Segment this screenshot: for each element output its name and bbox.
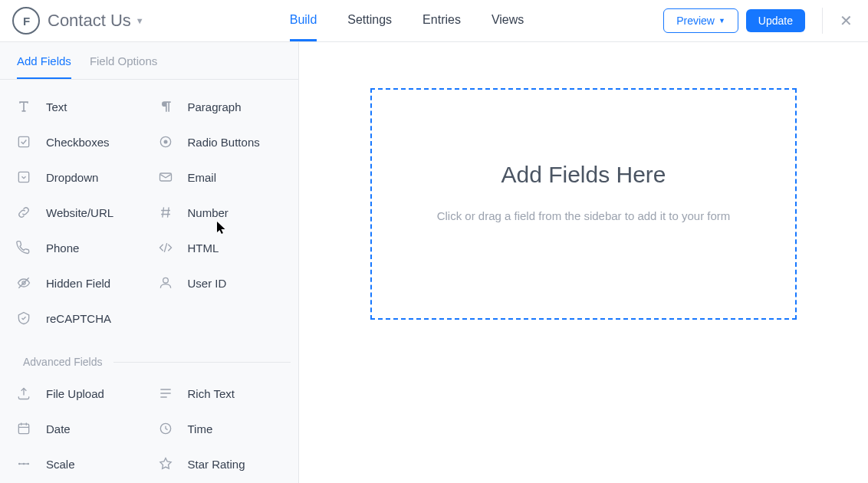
svg-point-6 (163, 278, 168, 283)
main-nav: Build Settings Entries Views (290, 1, 524, 41)
field-time[interactable]: Time (150, 412, 291, 445)
svg-point-2 (163, 140, 167, 144)
caret-down-icon: ▼ (136, 16, 144, 25)
close-button[interactable]: ✕ (822, 8, 853, 34)
svg-rect-7 (18, 424, 28, 434)
caret-down-icon: ▼ (718, 17, 725, 25)
basic-fields: TextParagraphCheckboxesRadio ButtonsDrop… (0, 80, 298, 334)
topbar: F Contact Us ▼ Build Settings Entries Vi… (0, 0, 868, 42)
field-label: Paragraph (188, 100, 242, 113)
svg-rect-0 (18, 136, 28, 146)
field-label: Email (188, 171, 217, 184)
field-label: Text (46, 100, 67, 113)
field-rich-text[interactable]: Rich Text (150, 377, 291, 409)
rich-icon (157, 385, 174, 402)
field-paragraph[interactable]: Paragraph (150, 90, 291, 123)
field-label: Dropdown (46, 171, 98, 184)
scale-icon (15, 455, 32, 472)
advanced-header-label: Advanced Fields (23, 356, 103, 368)
field-website-url[interactable]: Website/URL (8, 196, 150, 228)
form-title-dropdown[interactable]: Contact Us ▼ (48, 11, 144, 31)
advanced-fields: File UploadRich TextDateTimeScaleStar Ra… (0, 373, 298, 480)
field-hidden-field[interactable]: Hidden Field (8, 267, 150, 299)
workspace: Add Fields Field Options TextParagraphCh… (0, 42, 868, 483)
field-html[interactable]: HTML (150, 232, 291, 264)
url-icon (15, 204, 32, 221)
field-label: Radio Buttons (188, 136, 260, 149)
dropzone-heading: Add Fields Here (501, 162, 666, 188)
upload-icon (15, 385, 32, 402)
field-recaptcha[interactable]: reCAPTCHA (8, 302, 150, 334)
dropdown-icon (15, 169, 32, 186)
divider (113, 362, 291, 363)
field-label: Number (188, 206, 229, 219)
nav-build[interactable]: Build (290, 1, 317, 41)
sidebar-tabs: Add Fields Field Options (0, 42, 298, 80)
field-label: HTML (188, 242, 219, 255)
field-scale[interactable]: Scale (8, 448, 150, 480)
field-user-id[interactable]: User ID (150, 267, 291, 299)
dropzone[interactable]: Add Fields Here Click or drag a field fr… (370, 88, 797, 320)
field-label: Rich Text (188, 387, 235, 400)
field-label: Phone (46, 242, 79, 255)
field-label: Checkboxes (46, 136, 110, 149)
nav-settings[interactable]: Settings (347, 1, 392, 41)
field-file-upload[interactable]: File Upload (8, 377, 150, 409)
checkbox-icon (15, 133, 32, 150)
field-label: Hidden Field (46, 277, 110, 290)
form-title: Contact Us (48, 11, 131, 31)
close-icon: ✕ (840, 12, 853, 30)
star-icon (157, 455, 174, 472)
svg-rect-3 (18, 172, 28, 182)
field-radio-buttons[interactable]: Radio Buttons (150, 126, 291, 158)
date-icon (15, 420, 32, 437)
hidden-icon (15, 274, 32, 291)
update-button[interactable]: Update (746, 9, 805, 32)
field-date[interactable]: Date (8, 412, 150, 445)
field-dropdown[interactable]: Dropdown (8, 161, 150, 193)
advanced-header: Advanced Fields (0, 334, 298, 373)
phone-icon (15, 239, 32, 256)
field-phone[interactable]: Phone (8, 232, 150, 264)
field-number[interactable]: Number (150, 196, 291, 228)
recaptcha-icon (15, 310, 32, 327)
field-label: Date (46, 422, 71, 435)
field-label: Website/URL (46, 206, 113, 219)
preview-button[interactable]: Preview ▼ (663, 8, 738, 33)
nav-views[interactable]: Views (492, 1, 524, 41)
field-checkboxes[interactable]: Checkboxes (8, 126, 150, 158)
dropzone-subtext: Click or drag a field from the sidebar t… (437, 209, 731, 222)
preview-label: Preview (676, 15, 715, 27)
text-icon (15, 98, 32, 115)
tab-field-options[interactable]: Field Options (90, 54, 157, 79)
field-label: Time (188, 422, 213, 435)
field-text[interactable]: Text (8, 90, 150, 123)
sidebar: Add Fields Field Options TextParagraphCh… (0, 42, 299, 483)
canvas: Add Fields Here Click or drag a field fr… (299, 42, 868, 483)
field-star-rating[interactable]: Star Rating (150, 448, 291, 480)
email-icon (157, 169, 174, 186)
paragraph-icon (157, 98, 174, 115)
field-label: reCAPTCHA (46, 312, 111, 325)
field-label: Star Rating (188, 458, 245, 471)
user-icon (157, 274, 174, 291)
radio-icon (157, 133, 174, 150)
nav-entries[interactable]: Entries (422, 1, 461, 41)
number-icon (157, 204, 174, 221)
field-label: User ID (188, 277, 227, 290)
tab-add-fields[interactable]: Add Fields (17, 54, 71, 79)
field-label: File Upload (46, 387, 104, 400)
field-label: Scale (46, 458, 75, 471)
field-email[interactable]: Email (150, 161, 291, 193)
time-icon (157, 420, 174, 437)
html-icon (157, 239, 174, 256)
svg-rect-4 (159, 173, 171, 181)
app-logo: F (12, 7, 40, 34)
